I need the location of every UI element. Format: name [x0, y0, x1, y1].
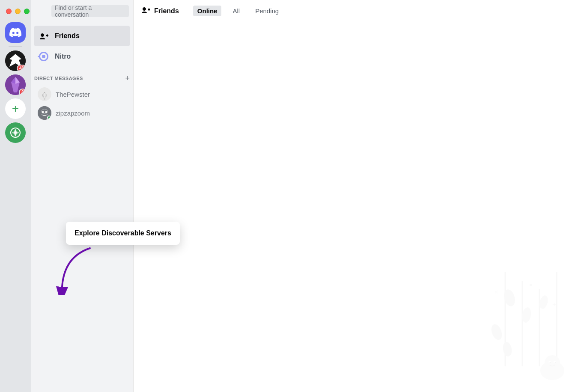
- server-sidebar: 46 6 +: [0, 0, 31, 392]
- traffic-lights: [0, 0, 60, 22]
- channel-sidebar: Find or start a conversation Friends: [31, 0, 134, 392]
- sidebar-nitro-label: Nitro: [55, 53, 71, 60]
- svg-point-26: [545, 355, 560, 371]
- main-body: ✦ ✕: [134, 22, 578, 392]
- header-divider: [186, 6, 186, 16]
- sidebar-friends-label: Friends: [55, 32, 80, 40]
- empty-state-illustration: ✦ ✕: [428, 264, 565, 383]
- dm-item-thepewster[interactable]: ThePewster: [34, 85, 130, 104]
- svg-point-8: [44, 98, 45, 100]
- nitro-icon: [38, 50, 50, 62]
- server-b-badge: 46: [17, 65, 26, 71]
- search-placeholder: Find or start a conversation: [55, 4, 125, 18]
- sidebar-item-friends[interactable]: Friends: [34, 26, 130, 46]
- header-friends-icon: [140, 5, 151, 18]
- svg-point-22: [530, 284, 532, 286]
- sidebar-item-nitro[interactable]: Nitro: [34, 46, 130, 67]
- explore-tooltip-text: Explore Discoverable Servers: [74, 229, 171, 237]
- add-dm-button[interactable]: +: [125, 74, 130, 82]
- dm-section-title: DIRECT MESSAGES: [34, 76, 83, 81]
- svg-point-19: [489, 323, 504, 341]
- tab-pending[interactable]: Pending: [251, 6, 283, 16]
- zipzapzoom-name: zipzapzoom: [56, 110, 90, 117]
- add-server-button[interactable]: +: [5, 98, 26, 119]
- svg-point-21: [502, 342, 513, 357]
- svg-point-29: [550, 362, 551, 363]
- svg-text:✕: ✕: [495, 290, 498, 294]
- zipzapzoom-status: [47, 116, 51, 120]
- header-friends-label: Friends: [154, 7, 179, 15]
- thepewster-avatar: [38, 87, 51, 101]
- friends-icon: [38, 30, 50, 42]
- svg-point-30: [555, 362, 556, 363]
- server-divider: [9, 46, 22, 47]
- dm-item-zipzapzoom[interactable]: zipzapzoom: [34, 104, 130, 122]
- dm-section-header: DIRECT MESSAGES +: [31, 67, 133, 85]
- server-c-badge: 6: [19, 89, 26, 95]
- server-c-icon[interactable]: 6: [5, 74, 26, 95]
- server-b-icon[interactable]: 46: [5, 50, 26, 71]
- minimize-button[interactable]: [15, 9, 21, 14]
- discord-home-button[interactable]: [5, 22, 26, 43]
- tab-online[interactable]: Online: [193, 6, 222, 16]
- close-button[interactable]: [6, 9, 12, 14]
- main-header: Friends Online All Pending: [134, 0, 578, 22]
- dm-list: ThePewster zipzapzoom: [31, 85, 133, 122]
- svg-text:✦: ✦: [552, 302, 557, 308]
- header-friends-section: Friends: [140, 5, 179, 18]
- nav-items: Friends Nitro: [31, 22, 133, 67]
- zipzapzoom-avatar: [38, 106, 51, 120]
- search-bar[interactable]: Find or start a conversation: [51, 5, 129, 17]
- explore-servers-button[interactable]: [5, 122, 26, 143]
- explore-tooltip: Explore Discoverable Servers: [66, 222, 180, 245]
- thepewster-name: ThePewster: [56, 91, 90, 98]
- svg-point-17: [502, 288, 517, 308]
- maximize-button[interactable]: [24, 9, 30, 14]
- main-content: Friends Online All Pending: [134, 0, 578, 392]
- tab-all[interactable]: All: [228, 6, 244, 16]
